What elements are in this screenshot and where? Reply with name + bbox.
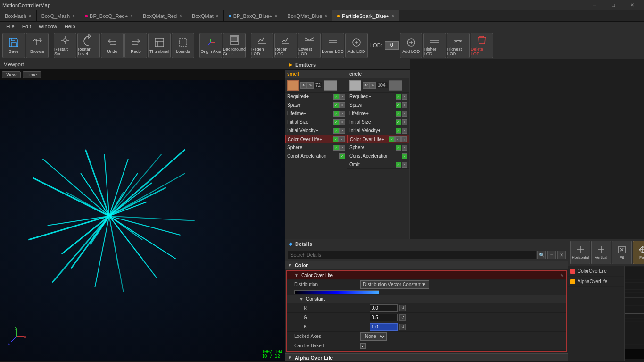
lowest-lod-button[interactable]: Lowest LOD: [298, 33, 321, 58]
browse-button[interactable]: Browse: [26, 33, 49, 58]
separator3: [248, 36, 248, 55]
regen-lod2-button[interactable]: Regen LOD: [274, 33, 297, 58]
search-details-input[interactable]: [288, 251, 536, 259]
emitter-circle-controls: 👁 ✎ 104: [347, 78, 409, 93]
add-lod2-button[interactable]: Add LOD: [400, 33, 422, 58]
emitter-edit-icon-circle[interactable]: ✎: [369, 82, 376, 89]
origin-axis-button[interactable]: Origin Axis: [199, 33, 222, 58]
emitter-columns: smell 👁 ✎ 72 Required+✓× Spawn✓× Lifetim…: [285, 70, 410, 239]
module-initvel-circle[interactable]: Initial Velocity+✓×: [347, 126, 409, 135]
can-be-baked-checkbox[interactable]: [360, 343, 366, 349]
r-input[interactable]: [370, 304, 398, 312]
track-dot-alpha: [570, 279, 575, 284]
delete-lod-button[interactable]: Delete LOD: [471, 33, 493, 58]
color-over-life-header[interactable]: ▼ Color Over Life ✎: [287, 271, 566, 280]
track-alpha-over-life[interactable]: AlphaOverLife: [568, 277, 624, 287]
module-coloroverlife-circle[interactable]: Color Over Life+✓×↑: [347, 135, 409, 143]
tab-bp-boxq-red[interactable]: BP_BoxQ_Red+×: [80, 10, 138, 22]
pan-button[interactable]: Pan: [633, 241, 644, 264]
menu-help[interactable]: Help: [61, 22, 79, 31]
horizontal-button[interactable]: Horizontal: [570, 241, 590, 264]
time-button[interactable]: Time: [23, 71, 41, 78]
distribution-dropdown[interactable]: Distribution Vector Constant▼: [360, 280, 429, 289]
view-button[interactable]: View: [2, 71, 21, 78]
track-dot-color: [570, 269, 575, 274]
bg-color-button[interactable]: Background Color: [223, 33, 246, 58]
restart-sim-button[interactable]: Restart Sim: [54, 33, 76, 58]
fit-button[interactable]: Fit: [612, 241, 632, 264]
module-orbit-circle[interactable]: Orbit✓×: [347, 160, 409, 169]
module-required-circle[interactable]: Required+✓×: [347, 93, 409, 101]
tab-boxqmat-blue[interactable]: BoxQMat_Blue×: [282, 10, 332, 22]
emitter-circle-header: circle: [347, 70, 409, 78]
tab-boxqmat[interactable]: BoxQMat×: [187, 10, 224, 22]
module-lifetime-circle[interactable]: Lifetime+✓×: [347, 109, 409, 118]
minimize-button[interactable]: ─: [585, 0, 604, 10]
module-sphere-smell[interactable]: Sphere✓×: [285, 143, 347, 152]
locked-axes-row: Locked Axes None: [287, 332, 566, 341]
particle-canvas[interactable]: x y z 100/ 104 10 / 12: [0, 80, 285, 361]
bounds-button[interactable]: bounds: [172, 33, 194, 58]
module-required-smell[interactable]: Required+✓×: [285, 93, 347, 101]
undo-button[interactable]: Undo: [101, 33, 124, 58]
bottom-row: ◆ Details 🔍 ≡ ✕ ▼ Color: [285, 239, 644, 361]
add-lod-button[interactable]: Add LOD: [345, 33, 368, 58]
options-button[interactable]: ≡: [547, 251, 556, 259]
emitter-eye-icon-circle[interactable]: 👁: [363, 82, 369, 89]
track-color-over-life[interactable]: ColorOverLife: [568, 266, 624, 277]
restart-level-button[interactable]: Restart Level: [77, 33, 100, 58]
lower-lod-button[interactable]: Lower LOD: [322, 33, 344, 58]
tab-particlespark[interactable]: ParticleSpark_Blue+×: [332, 10, 399, 22]
lod-input[interactable]: [385, 41, 399, 50]
b-reset[interactable]: ↺: [399, 324, 406, 330]
redo-button[interactable]: Redo: [124, 33, 147, 58]
close-button[interactable]: ✕: [623, 0, 642, 10]
emitter-col-circle: circle 👁 ✎ 104 Required+✓× Spawn✓× Lifet…: [347, 70, 410, 239]
curve-canvas[interactable]: 2.00 1.50 1.00 0.50 0.00 -0.50 -1.00 -0.…: [625, 266, 644, 361]
higher-lod-button[interactable]: Higher LOD: [423, 33, 446, 58]
module-constacc-smell[interactable]: Const Acceleration+✓: [285, 152, 347, 160]
emitter-smell-controls: 👁 ✎ 72: [285, 78, 347, 93]
close-search-button[interactable]: ✕: [557, 251, 566, 259]
tab-boxqmat-red[interactable]: BoxQMat_Red×: [138, 10, 187, 22]
tabs-bar: BoxMash× BoxQ_Mash× BP_BoxQ_Red+× BoxQMa…: [0, 10, 644, 22]
alpha-over-life-header[interactable]: ▼ Alpha Over Life: [285, 354, 568, 361]
tab-boxmash[interactable]: BoxMash×: [0, 10, 37, 22]
regen-lod1-button[interactable]: Regen LOD: [251, 33, 273, 58]
menu-edit[interactable]: Edit: [18, 22, 35, 31]
r-reset[interactable]: ↺: [399, 305, 406, 311]
particle-svg: [0, 80, 285, 361]
main-layout: Viewport View Time: [0, 59, 644, 361]
maximize-button[interactable]: □: [604, 0, 623, 10]
module-initsize-circle[interactable]: Initial Size✓×: [347, 118, 409, 126]
g-reset[interactable]: ↺: [399, 314, 406, 321]
module-coloroverlife-smell[interactable]: Color Over Life+✓×: [285, 135, 347, 143]
save-button[interactable]: Save: [2, 33, 25, 58]
emitter-eye-icon[interactable]: 👁: [300, 82, 307, 89]
tab-boxqmash[interactable]: BoxQ_Mash×: [37, 10, 80, 22]
svg-line-28: [28, 216, 109, 239]
module-spawn-circle[interactable]: Spawn✓×: [347, 101, 409, 109]
constant-header[interactable]: ▼ Constant: [287, 295, 566, 303]
thumbnail-button[interactable]: Thumbnail: [148, 33, 171, 58]
viewport-header: Viewport: [0, 59, 285, 69]
details-panel: ◆ Details 🔍 ≡ ✕ ▼ Color: [285, 239, 568, 361]
tab-bp-boxq-blue[interactable]: BP_BoxQ_Blue+×: [224, 10, 283, 22]
search-button[interactable]: 🔍: [537, 251, 546, 259]
module-sphere-circle[interactable]: Sphere✓×: [347, 143, 409, 152]
color-section-header[interactable]: ▼ Color: [285, 261, 568, 269]
svg-line-5: [208, 42, 211, 45]
highest-lod-button[interactable]: Highest LOD: [447, 33, 470, 58]
locked-axes-select[interactable]: None: [360, 332, 387, 341]
menu-file[interactable]: File: [2, 22, 18, 31]
b-input[interactable]: [370, 323, 398, 331]
module-initvel-smell[interactable]: Initial Velocity+✓×: [285, 126, 347, 135]
menu-window[interactable]: Window: [35, 22, 61, 31]
emitter-edit-icon[interactable]: ✎: [307, 82, 314, 89]
vertical-button[interactable]: Vertical: [591, 241, 611, 264]
module-spawn-smell[interactable]: Spawn✓×: [285, 101, 347, 109]
module-initsize-smell[interactable]: Initial Size✓×: [285, 118, 347, 126]
module-constacc-circle[interactable]: Const Acceleration+✓: [347, 152, 409, 160]
module-lifetime-smell[interactable]: Lifetime+✓×: [285, 109, 347, 118]
g-input[interactable]: [370, 314, 398, 321]
